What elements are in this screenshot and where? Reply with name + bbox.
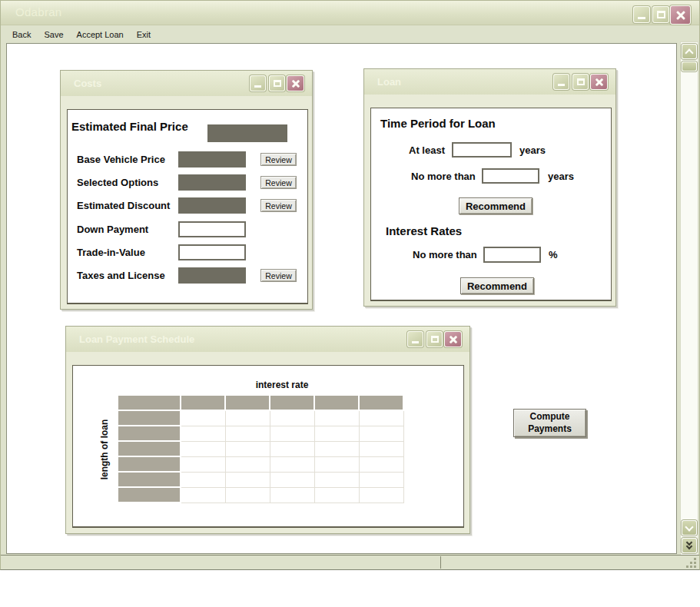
- schedule-cell: [315, 442, 360, 457]
- at-least-years-input[interactable]: [452, 142, 512, 158]
- resize-grip[interactable]: [685, 557, 697, 568]
- years-label: years: [548, 171, 574, 182]
- loan-minimize-button[interactable]: [553, 74, 569, 90]
- schedule-cell: [360, 411, 404, 426]
- scroll-down-button[interactable]: [682, 520, 697, 536]
- no-more-than-rate-label: No more than: [413, 249, 477, 260]
- menu-item-back[interactable]: Back: [12, 28, 32, 41]
- schedule-cell: [270, 457, 315, 473]
- menu-item-exit[interactable]: Exit: [136, 28, 151, 41]
- minimize-icon: [254, 85, 261, 88]
- scrollbar-thumb[interactable]: [682, 61, 697, 71]
- costs-row: Taxes and License Review: [68, 267, 307, 286]
- loan-title: Loan: [377, 76, 401, 88]
- schedule-panel: interest rate length of loan: [72, 365, 464, 528]
- review-button[interactable]: Review: [260, 153, 297, 166]
- selected-options-label: Selected Options: [77, 177, 158, 188]
- schedule-close-button[interactable]: [444, 331, 462, 347]
- compute-payments-button[interactable]: Compute Payments: [513, 409, 586, 437]
- vertical-scrollbar[interactable]: [680, 41, 698, 556]
- review-button[interactable]: Review: [260, 199, 297, 212]
- schedule-cell: [360, 442, 404, 457]
- window-loan-payment-schedule: Loan Payment Schedule interest rate leng…: [65, 326, 470, 534]
- schedule-maximize-button[interactable]: [426, 331, 443, 347]
- schedule-cell: [181, 473, 226, 488]
- maximize-icon: [274, 80, 281, 87]
- schedule-cell: [181, 426, 226, 442]
- schedule-header-cell: [118, 442, 181, 457]
- loan-titlebar[interactable]: Loan: [364, 69, 615, 95]
- trade-in-value-input[interactable]: [178, 244, 246, 260]
- estimated-final-price-field: [207, 124, 287, 142]
- schedule-cell: [270, 442, 315, 457]
- schedule-cell: [270, 426, 315, 442]
- minimize-icon: [558, 84, 565, 86]
- schedule-cell: [181, 442, 226, 457]
- base-vehicle-price-label: Base Vehicle Price: [77, 154, 165, 165]
- schedule-header-cell: [360, 396, 404, 411]
- estimated-discount-label: Estimated Discount: [77, 200, 170, 211]
- taxes-and-license-field: [178, 267, 246, 284]
- schedule-title: Loan Payment Schedule: [79, 333, 194, 345]
- scroll-fast-down-button[interactable]: [682, 538, 697, 553]
- scroll-up-button[interactable]: [682, 44, 697, 59]
- app-titlebar[interactable]: Odabran: [1, 1, 699, 25]
- menu-item-save[interactable]: Save: [43, 28, 64, 41]
- costs-close-button[interactable]: [287, 75, 304, 91]
- schedule-cell: [270, 411, 315, 426]
- schedule-minimize-button[interactable]: [407, 331, 423, 347]
- schedule-cell: [315, 411, 360, 426]
- close-button[interactable]: [670, 5, 691, 25]
- schedule-cell: [315, 488, 360, 503]
- menu-item-accept-loan[interactable]: Accept Loan: [76, 28, 124, 41]
- schedule-header-cell: [270, 396, 315, 411]
- costs-panel: Estimated Final Price Base Vehicle Price…: [67, 109, 308, 304]
- schedule-cell: [226, 442, 270, 457]
- fast-down-arrow-icon: [686, 543, 692, 549]
- schedule-cell: [226, 488, 270, 503]
- schedule-cell: [226, 411, 270, 426]
- schedule-cell: [360, 426, 404, 442]
- review-button[interactable]: Review: [260, 269, 297, 282]
- minimize-button[interactable]: [633, 6, 650, 23]
- recommend-years-button[interactable]: Recommend: [459, 197, 532, 214]
- schedule-cell: [360, 473, 404, 488]
- close-icon: [445, 332, 461, 347]
- loan-maximize-button[interactable]: [572, 74, 589, 90]
- interest-rate-axis-label: interest rate: [205, 380, 359, 390]
- time-period-heading: Time Period for Loan: [380, 117, 496, 130]
- loan-close-button[interactable]: [590, 74, 608, 90]
- schedule-cell: [181, 457, 226, 473]
- close-icon: [591, 75, 607, 89]
- schedule-header-cell: [118, 411, 181, 426]
- up-arrow-icon: [685, 48, 693, 57]
- length-of-loan-axis-label: length of loan: [98, 396, 111, 503]
- schedule-titlebar[interactable]: Loan Payment Schedule: [66, 327, 469, 352]
- schedule-cell: [226, 426, 270, 442]
- down-arrow-icon: [685, 522, 693, 531]
- down-payment-label: Down Payment: [77, 224, 148, 235]
- schedule-cell: [226, 473, 270, 488]
- taxes-and-license-label: Taxes and License: [77, 270, 165, 281]
- estimated-final-price-label: Estimated Final Price: [71, 120, 188, 133]
- menubar: Back Save Accept Loan Exit: [1, 25, 699, 43]
- maximize-button[interactable]: [652, 6, 669, 23]
- costs-row: Estimated Discount Review: [68, 197, 307, 216]
- schedule-cell: [360, 488, 404, 503]
- down-payment-input[interactable]: [178, 221, 246, 237]
- loan-panel: Time Period for Loan At least years No m…: [370, 108, 612, 301]
- review-button[interactable]: Review: [260, 176, 297, 189]
- max-rate-input[interactable]: [483, 247, 541, 263]
- recommend-rate-button[interactable]: Recommend: [460, 277, 534, 294]
- schedule-table: [118, 396, 404, 503]
- schedule-header-cell: [118, 457, 181, 473]
- schedule-cell: [315, 457, 360, 473]
- max-years-input[interactable]: [482, 168, 539, 184]
- screen: Odabran Back Save Accept Loan Exit Costs: [0, 0, 700, 607]
- costs-titlebar[interactable]: Costs: [61, 71, 312, 96]
- schedule-header-cell: [226, 396, 270, 411]
- costs-maximize-button[interactable]: [269, 75, 285, 91]
- schedule-header-cell: [118, 426, 181, 442]
- schedule-header-cell: [315, 396, 360, 411]
- costs-minimize-button[interactable]: [250, 75, 266, 91]
